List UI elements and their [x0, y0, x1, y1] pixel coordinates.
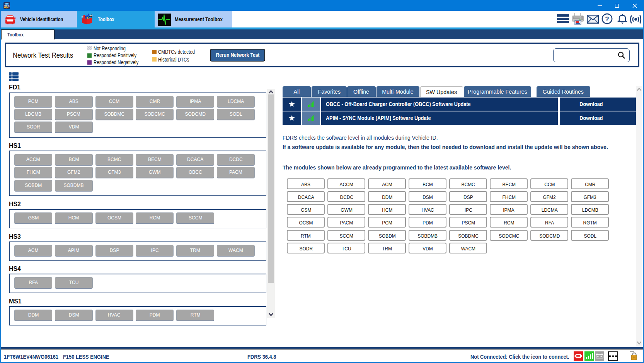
svg-text:FDRS: FDRS	[4, 5, 10, 7]
svg-text:?: ?	[605, 15, 609, 23]
